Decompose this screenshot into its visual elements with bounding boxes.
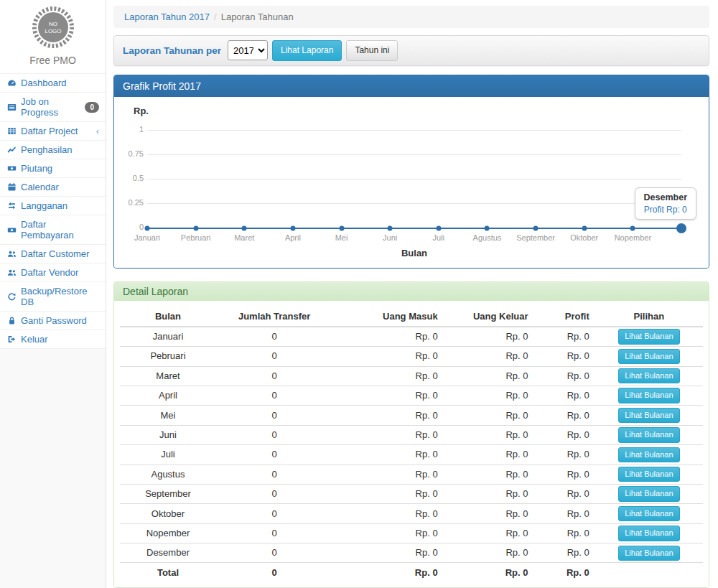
total-uang-masuk: Rp. 0: [332, 563, 443, 582]
logo-block: NO LOGO Free PMO: [0, 0, 106, 73]
cell-jumlah-transfer: 0: [216, 445, 332, 465]
users-icon: [6, 249, 17, 259]
lihat-bulanan-button[interactable]: Lihat Bulanan: [618, 526, 679, 541]
sidebar-item-penghasilan[interactable]: Penghasilan: [0, 141, 106, 159]
tooltip-title: Desember: [644, 192, 687, 202]
main-content: Laporan Tahun 2017/Laporan Tahunan Lapor…: [106, 0, 718, 588]
chart-body: Rp. 1 0.75 0.5 0.25 0: [114, 97, 709, 268]
cell-uang-masuk: Rp. 0: [332, 347, 443, 366]
cell-jumlah-transfer: 0: [216, 347, 332, 366]
chart-point-september[interactable]: [533, 225, 538, 230]
chart-point-nopember[interactable]: [630, 225, 635, 230]
table-row: Nopember0Rp. 0Rp. 0Rp. 0Lihat Bulanan: [120, 523, 703, 543]
chart-point-pebruari[interactable]: [193, 225, 198, 230]
sidebar-item-label: Keluar: [21, 334, 48, 345]
cell-bulan: September: [120, 484, 216, 503]
cell-bulan: Desember: [120, 543, 216, 563]
cell-profit: Rp. 0: [533, 484, 595, 503]
cell-bulan: Januari: [120, 327, 216, 347]
lihat-bulanan-button[interactable]: Lihat Bulanan: [618, 408, 679, 423]
cell-profit: Rp. 0: [533, 523, 595, 543]
total-uang-keluar: Rp. 0: [444, 563, 534, 582]
lihat-bulanan-button[interactable]: Lihat Bulanan: [618, 329, 679, 344]
chart-point-desember-hovered[interactable]: [676, 223, 686, 233]
chart-point-agustus[interactable]: [485, 225, 490, 230]
x-tick-label: Juli: [433, 233, 445, 242]
lihat-bulanan-button[interactable]: Lihat Bulanan: [618, 486, 679, 501]
sidebar-item-ganti-password[interactable]: Ganti Password: [0, 312, 106, 330]
lihat-bulanan-button[interactable]: Lihat Bulanan: [618, 349, 679, 364]
sidebar-item-label: Job on Progress: [21, 96, 80, 118]
table-row: Agustus0Rp. 0Rp. 0Rp. 0Lihat Bulanan: [120, 465, 703, 484]
x-axis-labels: Januari Pebruari Maret April Mei Juni Ju…: [147, 233, 681, 243]
breadcrumb-parent-link[interactable]: Laporan Tahun 2017: [124, 11, 210, 22]
chart-point-oktober[interactable]: [582, 225, 587, 230]
lihat-bulanan-button[interactable]: Lihat Bulanan: [618, 506, 679, 521]
sidebar-item-label: Daftar Vendor: [21, 267, 78, 278]
svg-text:NO: NO: [49, 21, 57, 27]
sidebar-item-piutang[interactable]: Piutang: [0, 159, 106, 178]
lihat-bulanan-button[interactable]: Lihat Bulanan: [618, 467, 679, 482]
chart-point-juli[interactable]: [436, 225, 441, 230]
total-jumlah-transfer: 0: [216, 563, 332, 582]
table-row: Pebruari0Rp. 0Rp. 0Rp. 0Lihat Bulanan: [120, 347, 703, 366]
sidebar-item-label: Backup/Restore DB: [21, 286, 99, 307]
profit-line-chart: Rp. 1 0.75 0.5 0.25 0: [125, 106, 698, 259]
chart-panel-title: Grafik Profit 2017: [114, 75, 709, 97]
col-header-bulan: Bulan: [120, 307, 216, 327]
total-label: Total: [120, 563, 216, 582]
sidebar-item-keluar[interactable]: Keluar: [0, 330, 106, 349]
lihat-bulanan-button[interactable]: Lihat Bulanan: [618, 388, 679, 403]
lihat-bulanan-button[interactable]: Lihat Bulanan: [618, 368, 679, 383]
sign-out-icon: [6, 335, 17, 345]
chart-point-juni[interactable]: [388, 225, 393, 230]
year-select[interactable]: 2017: [228, 40, 268, 60]
cell-profit: Rp. 0: [533, 504, 595, 523]
cell-jumlah-transfer: 0: [216, 327, 332, 347]
sidebar-item-daftar-vendor[interactable]: Daftar Vendor: [0, 263, 106, 282]
table-row: Maret0Rp. 0Rp. 0Rp. 0Lihat Bulanan: [120, 366, 703, 386]
table-row: April0Rp. 0Rp. 0Rp. 0Lihat Bulanan: [120, 386, 703, 405]
x-tick-label: Pebruari: [181, 233, 211, 242]
cell-bulan: Oktober: [120, 504, 216, 523]
x-tick-label: September: [516, 233, 555, 242]
brand-name: Free PMO: [0, 55, 106, 66]
chart-point-mei[interactable]: [339, 225, 344, 230]
report-filter-label: Laporan Tahunan per: [123, 45, 221, 56]
table-row: Juli0Rp. 0Rp. 0Rp. 0Lihat Bulanan: [120, 445, 703, 465]
detail-panel-body: Bulan Jumlah Transfer Uang Masuk Uang Ke…: [114, 301, 709, 587]
cell-uang-keluar: Rp. 0: [444, 504, 534, 523]
chart-point-maret[interactable]: [242, 225, 247, 230]
sidebar-item-job-on-progress[interactable]: Job on Progress 0: [0, 93, 106, 122]
sidebar-item-daftar-project[interactable]: Daftar Project ‹: [0, 122, 106, 141]
cell-uang-keluar: Rp. 0: [444, 465, 534, 484]
cell-uang-keluar: Rp. 0: [444, 523, 534, 543]
cell-profit: Rp. 0: [533, 425, 595, 444]
lock-icon: [6, 316, 17, 326]
cell-bulan: Maret: [120, 366, 216, 386]
sidebar-item-dashboard[interactable]: Dashboard: [0, 74, 106, 93]
gridline: [147, 130, 681, 131]
breadcrumb-current: Laporan Tahunan: [221, 11, 294, 22]
lihat-bulanan-button[interactable]: Lihat Bulanan: [618, 447, 679, 462]
cell-profit: Rp. 0: [533, 366, 595, 386]
cell-jumlah-transfer: 0: [216, 523, 332, 543]
lihat-bulanan-button[interactable]: Lihat Bulanan: [618, 427, 679, 442]
tahun-ini-button[interactable]: Tahun ini: [346, 40, 398, 61]
lihat-bulanan-button[interactable]: Lihat Bulanan: [618, 546, 679, 561]
sidebar-item-daftar-customer[interactable]: Daftar Customer: [0, 245, 106, 263]
table-row: Oktober0Rp. 0Rp. 0Rp. 0Lihat Bulanan: [120, 504, 703, 523]
chart-point-januari[interactable]: [145, 225, 150, 230]
lihat-laporan-button[interactable]: Lihat Laporan: [272, 40, 342, 61]
sidebar-item-calendar[interactable]: Calendar: [0, 178, 106, 197]
sidebar-item-daftar-pembayaran[interactable]: Daftar Pembayaran: [0, 215, 106, 245]
table-row: Januari0Rp. 0Rp. 0Rp. 0Lihat Bulanan: [120, 327, 703, 347]
chart-point-april[interactable]: [290, 225, 295, 230]
cell-uang-keluar: Rp. 0: [444, 445, 534, 465]
cell-jumlah-transfer: 0: [216, 484, 332, 503]
table-row: Mei0Rp. 0Rp. 0Rp. 0Lihat Bulanan: [120, 406, 703, 425]
sidebar-item-backup-restore[interactable]: Backup/Restore DB: [0, 282, 106, 312]
cell-jumlah-transfer: 0: [216, 504, 332, 523]
cell-uang-masuk: Rp. 0: [332, 484, 443, 503]
sidebar-item-langganan[interactable]: Langganan: [0, 197, 106, 215]
